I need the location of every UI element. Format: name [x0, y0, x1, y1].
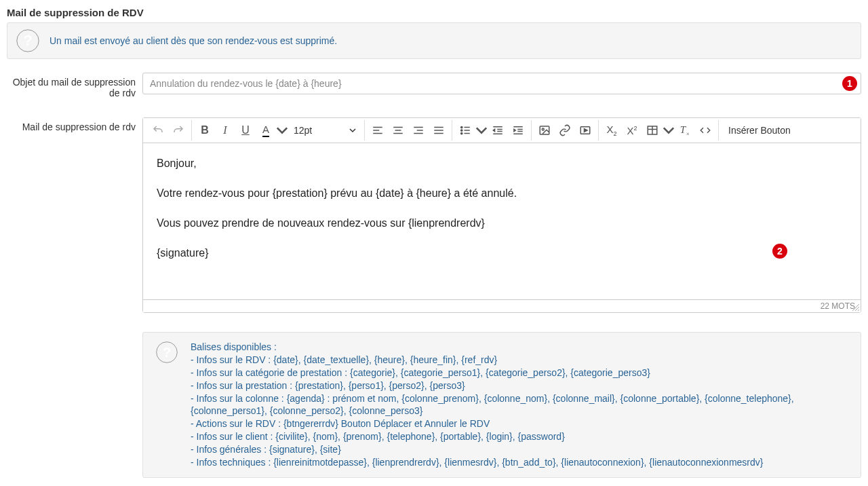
- editor-line: Bonjour,: [157, 155, 847, 172]
- underline-button[interactable]: U: [235, 120, 256, 141]
- font-size-select[interactable]: 12pt: [288, 120, 361, 141]
- clear-format-button[interactable]: T×: [675, 120, 695, 141]
- subject-label: Objet du mail de suppression de rdv: [7, 73, 142, 98]
- editor-line: {signature}: [157, 245, 847, 261]
- outdent-button[interactable]: [488, 120, 508, 141]
- section-title: Mail de suppression de RDV: [7, 7, 861, 18]
- bullet-list-button[interactable]: [455, 120, 475, 141]
- font-size-value: 12pt: [294, 125, 312, 136]
- info-text: Un mail est envoyé au client dès que son…: [50, 35, 337, 46]
- help-icon: ?: [16, 29, 40, 53]
- insert-button-button[interactable]: Insérer Bouton: [722, 120, 797, 141]
- editor-content-area[interactable]: Bonjour, Votre rendez-vous pour {prestat…: [143, 143, 861, 299]
- bold-button[interactable]: B: [195, 120, 215, 141]
- info-box: ? Un mail est envoyé au client dès que s…: [7, 22, 861, 59]
- tags-line: - Infos sur la colonne : {agenda} : prén…: [191, 392, 848, 418]
- svg-point-14: [461, 126, 462, 128]
- word-count: 22 MOTS: [821, 301, 855, 311]
- editor-statusbar: 22 MOTS: [143, 299, 861, 312]
- text-color-button[interactable]: A: [256, 120, 276, 141]
- svg-point-15: [461, 130, 462, 131]
- body-label: Mail de suppression de rdv: [7, 117, 142, 132]
- tags-line: - Infos sur le client : {civilite}, {nom…: [191, 430, 848, 443]
- indent-button[interactable]: [508, 120, 528, 141]
- list-dropdown[interactable]: [475, 120, 488, 141]
- undo-button[interactable]: [148, 120, 168, 141]
- text-color-dropdown[interactable]: [276, 120, 288, 141]
- align-justify-button[interactable]: [429, 120, 449, 141]
- italic-button[interactable]: I: [215, 120, 235, 141]
- tags-line: - Infos générales : {signature}, {site}: [191, 443, 848, 456]
- image-button[interactable]: [534, 120, 555, 141]
- tags-line: - Actions sur le RDV : {btngererrdv} Bou…: [191, 417, 848, 430]
- help-icon: ?: [155, 341, 178, 364]
- subject-input[interactable]: [142, 73, 861, 94]
- editor-line: Votre rendez-vous pour {prestation} prév…: [157, 185, 847, 202]
- tags-line: - Infos sur la prestation : {prestation}…: [191, 379, 848, 392]
- table-button[interactable]: [642, 120, 663, 141]
- tags-line: - Infos sur le RDV : {date}, {date_textu…: [191, 354, 848, 367]
- align-left-button[interactable]: [368, 120, 388, 141]
- subscript-button[interactable]: X2: [601, 120, 622, 141]
- superscript-button[interactable]: X2: [622, 120, 642, 141]
- editor-toolbar: B I U A 12pt: [143, 118, 861, 143]
- rich-editor: B I U A 12pt: [142, 117, 861, 313]
- source-code-button[interactable]: [695, 120, 715, 141]
- badge-1: 1: [842, 76, 857, 91]
- align-right-button[interactable]: [408, 120, 429, 141]
- tags-title: Balises disponibles :: [191, 341, 848, 354]
- svg-point-16: [461, 132, 462, 134]
- editor-line: Vous pouvez prendre de nouveaux rendez-v…: [157, 215, 847, 231]
- tags-help-box: ? Balises disponibles : - Infos sur le R…: [142, 332, 861, 478]
- tags-text: Balises disponibles : - Infos sur le RDV…: [191, 341, 848, 469]
- video-button[interactable]: [575, 120, 595, 141]
- resize-handle-icon[interactable]: [852, 304, 859, 311]
- tags-line: - Infos sur la catégorie de prestation :…: [191, 367, 848, 379]
- svg-text:?: ?: [23, 32, 32, 49]
- badge-2: 2: [772, 244, 787, 259]
- redo-button[interactable]: [168, 120, 189, 141]
- svg-point-29: [542, 128, 544, 130]
- tags-line: - Infos techniques : {lienreinitmotdepas…: [191, 456, 848, 469]
- svg-text:?: ?: [163, 345, 171, 360]
- link-button[interactable]: [555, 120, 575, 141]
- table-dropdown[interactable]: [663, 120, 675, 141]
- align-center-button[interactable]: [388, 120, 408, 141]
